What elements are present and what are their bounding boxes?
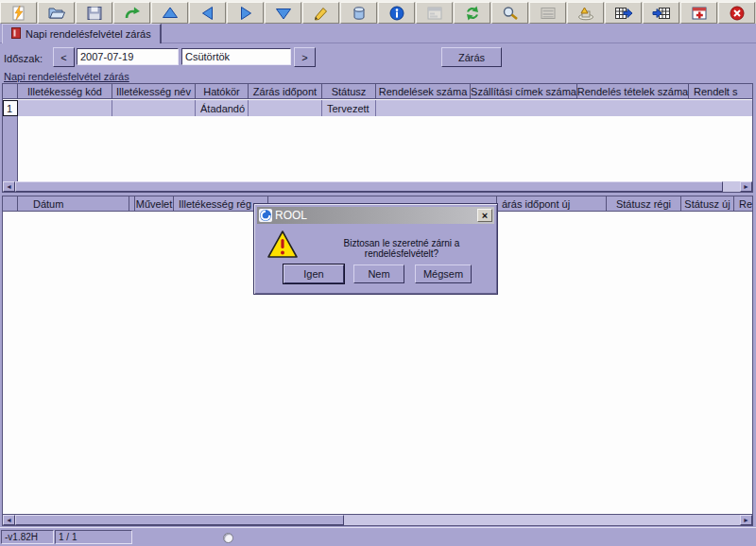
toolbar-button-exit[interactable] xyxy=(718,2,755,24)
application-window: Napi rendelésfelvétel zárás Időszak: < >… xyxy=(0,0,756,546)
dialog-message: Biztosan le szeretné zárni a rendelésfel… xyxy=(309,238,494,259)
toolbar-button-search[interactable] xyxy=(491,2,528,24)
refresh-recycle-icon xyxy=(463,6,482,21)
warning-icon xyxy=(266,230,299,261)
igen-button[interactable]: Igen xyxy=(284,264,344,283)
undo-green-arrow-icon xyxy=(123,6,142,21)
nem-button[interactable]: Nem xyxy=(353,264,404,283)
toolbar-button-refresh[interactable] xyxy=(454,2,490,24)
scroll-left-arrow-icon[interactable]: ◄ xyxy=(3,515,15,525)
toolbar-button-next[interactable] xyxy=(227,2,264,24)
col-header-rendelesek-szama[interactable]: Rendelések száma xyxy=(376,84,471,99)
save-floppy-icon xyxy=(85,6,104,21)
col2-header-zaras-idopont-uj[interactable]: árás időpont új xyxy=(497,196,607,212)
toolbar xyxy=(0,0,756,24)
toolbar-button-open[interactable] xyxy=(38,2,75,24)
confirmation-dialog: ROOL × Biztosan le szeretné zárni a rend… xyxy=(253,203,498,295)
col2-header-muvelet[interactable]: Művelet xyxy=(135,196,174,212)
cell-statusz[interactable]: Tervezett xyxy=(322,100,376,116)
table2-hscroll-thumb[interactable] xyxy=(15,515,344,525)
arrow-down-icon xyxy=(274,6,293,21)
col2-header-rownum[interactable] xyxy=(3,196,18,212)
toolbar-button-print[interactable] xyxy=(567,2,604,24)
table-import-arrow-icon xyxy=(652,6,671,21)
dialog-close-icon[interactable]: × xyxy=(477,209,492,222)
new-record-lightning-icon xyxy=(9,6,28,21)
printer-device-icon xyxy=(576,6,595,21)
col-header-szallitasi-cimek[interactable]: Szállítási címek száma xyxy=(471,84,577,99)
toolbar-button-import[interactable] xyxy=(643,2,679,24)
toolbar-button-edit[interactable] xyxy=(302,2,339,24)
exit-red-x-icon xyxy=(728,6,747,21)
col-header-statusz[interactable]: Státusz xyxy=(322,84,376,99)
database-cylinder-icon xyxy=(350,6,369,21)
date-field[interactable] xyxy=(77,48,179,65)
toolbar-button-last[interactable] xyxy=(265,2,301,24)
cell-illetekesseg-kod[interactable] xyxy=(18,100,112,116)
col-header-rendeles-tetelek[interactable]: Rendelés tételek száma xyxy=(577,84,689,99)
status-bar: -v1.82H 1 / 1 [Illetékesség]->Kód xyxy=(0,527,756,546)
tab-bar: Napi rendelésfelvétel zárás xyxy=(0,24,756,43)
col-header-rownum[interactable] xyxy=(3,84,18,99)
scroll-right-arrow-icon[interactable]: ► xyxy=(740,181,752,192)
row-number-cell[interactable]: 1 xyxy=(3,100,18,116)
col2-header-statusz-uj[interactable]: Státusz új xyxy=(681,196,734,212)
toolbar-button-rows xyxy=(529,2,566,24)
cell-zaras-idopont[interactable] xyxy=(249,100,322,116)
period-prev-button[interactable]: < xyxy=(53,47,75,67)
toolbar-button-first[interactable] xyxy=(151,2,188,24)
window-red-cross-icon xyxy=(690,6,709,21)
zaras-button[interactable]: Zárás xyxy=(441,47,502,67)
toolbar-button-close-window[interactable] xyxy=(680,2,717,24)
closing-table: Illetékesség kód Illetékesség név Hatókö… xyxy=(2,83,753,193)
list-rows-icon xyxy=(539,6,558,21)
cell-hatokor[interactable]: Átadandó xyxy=(196,100,249,116)
dialog-title-bar[interactable]: ROOL × xyxy=(257,207,494,224)
rool-logo-icon xyxy=(259,209,272,222)
col-header-hatokor[interactable]: Hatókör xyxy=(196,84,249,99)
toolbar-button-undo[interactable] xyxy=(113,2,150,24)
open-folder-icon xyxy=(47,6,66,21)
dialog-title: ROOL xyxy=(275,209,307,222)
period-next-button[interactable]: > xyxy=(294,47,316,67)
col-header-illetekesseg-nev[interactable]: Illetékesség név xyxy=(112,84,196,99)
table2-hscrollbar[interactable]: ◄ ► xyxy=(2,515,753,526)
form-window-icon xyxy=(425,6,444,21)
scroll-right-arrow-icon[interactable]: ► xyxy=(740,515,752,525)
toolbar-button-info[interactable] xyxy=(378,2,415,24)
col-header-zaras-idopont[interactable]: Zárás időpont xyxy=(249,84,322,99)
toolbar-button-prev[interactable] xyxy=(189,2,226,24)
section-link[interactable]: Napi rendelésfelvétel zárás xyxy=(4,71,129,82)
version-label: -v1.82H xyxy=(1,530,54,544)
col-header-rendelt[interactable]: Rendelt s xyxy=(689,84,752,99)
col2-header-statusz-regi[interactable]: Státusz régi xyxy=(607,196,681,212)
tab-label: Napi rendelésfelvétel zárás xyxy=(26,28,151,40)
toolbar-button-form xyxy=(416,2,453,24)
arrow-right-icon xyxy=(236,6,255,21)
record-icon xyxy=(11,27,21,41)
search-magnifier-icon xyxy=(501,6,520,21)
table1-hscroll-thumb[interactable] xyxy=(15,181,723,192)
megsem-button[interactable]: Mégsem xyxy=(415,264,472,283)
col-header-illetekesseg-kod[interactable]: Illetékesség kód xyxy=(18,84,112,99)
scroll-left-arrow-icon[interactable]: ◄ xyxy=(3,181,15,192)
arrow-up-icon xyxy=(161,6,180,21)
status-radio-indicator[interactable] xyxy=(223,533,233,543)
period-label: Időszak: xyxy=(4,53,43,64)
arrow-left-icon xyxy=(198,6,217,21)
col2-header-rendelesek[interactable]: Rendelése xyxy=(734,196,753,212)
tab-napi-rendelesfelvetel-zaras[interactable]: Napi rendelésfelvétel zárás xyxy=(2,24,162,43)
col2-header-datum[interactable]: Dátum xyxy=(18,196,129,212)
toolbar-button-save[interactable] xyxy=(76,2,112,24)
info-circle-icon xyxy=(387,6,406,21)
row-number-strip xyxy=(3,116,18,182)
toolbar-button-export[interactable] xyxy=(605,2,642,24)
day-name-field[interactable] xyxy=(181,48,291,65)
toolbar-button-database[interactable] xyxy=(340,2,377,24)
cell-illetekesseg-nev[interactable] xyxy=(112,100,196,116)
table-export-arrow-icon xyxy=(614,6,633,21)
record-position-label: 1 / 1 xyxy=(55,530,132,544)
toolbar-button-new[interactable] xyxy=(0,2,37,24)
cell-rest xyxy=(376,100,752,116)
table1-hscrollbar[interactable]: ◄ ► xyxy=(3,181,752,192)
